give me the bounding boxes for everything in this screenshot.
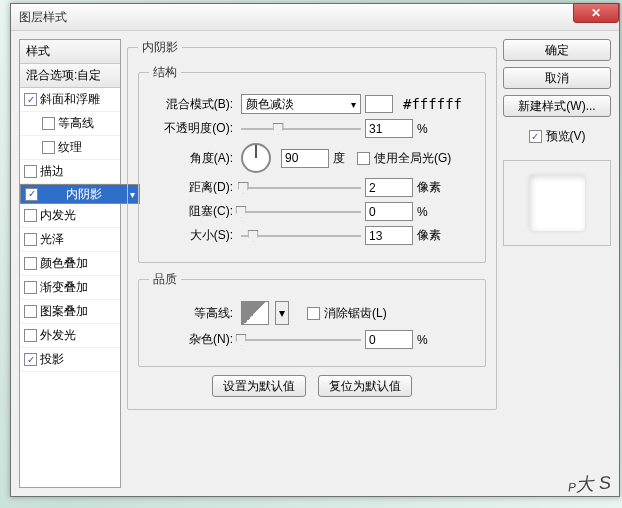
choke-input[interactable] [365,202,413,221]
opacity-input[interactable] [365,119,413,138]
sidebar-label-9: 图案叠加 [40,303,88,320]
sidebar-label-11: 投影 [40,351,64,368]
size-unit: 像素 [417,227,441,244]
sidebar-label-1: 等高线 [58,115,94,132]
noise-slider[interactable] [241,332,361,348]
sidebar-label-4: 内阴影 [66,186,102,203]
sidebar-item-4[interactable]: 内阴影 [20,184,140,204]
color-swatch[interactable] [365,95,393,113]
noise-label: 杂色(N): [149,331,237,348]
sidebar-checkbox-4[interactable] [25,188,38,201]
angle-input[interactable] [281,149,329,168]
choke-slider[interactable] [241,204,361,220]
preview-swatch [529,175,585,231]
right-column: 确定 取消 新建样式(W)... 预览(V) [503,39,611,488]
angle-dial[interactable] [241,143,271,173]
size-slider[interactable] [241,228,361,244]
ok-button[interactable]: 确定 [503,39,611,61]
layer-style-dialog: 图层样式 ✕ 样式 混合选项:自定 斜面和浮雕等高线纹理描边内阴影内发光光泽颜色… [10,3,620,497]
sidebar-label-6: 光泽 [40,231,64,248]
distance-row: 距离(D): 像素 [149,178,475,197]
sidebar-checkbox-9[interactable] [24,305,37,318]
sidebar-item-1[interactable]: 等高线 [20,112,120,136]
sidebar-item-8[interactable]: 渐变叠加 [20,276,120,300]
sidebar-label-0: 斜面和浮雕 [40,91,100,108]
sidebar-item-6[interactable]: 光泽 [20,228,120,252]
main-panel: 内阴影 结构 混合模式(B): 颜色减淡 #ffffff 不透明度(O): % [127,39,497,488]
size-input[interactable] [365,226,413,245]
sidebar-checkbox-2[interactable] [42,141,55,154]
sidebar-checkbox-5[interactable] [24,209,37,222]
sidebar-item-3[interactable]: 描边 [20,160,120,184]
cancel-button[interactable]: 取消 [503,67,611,89]
sidebar-checkbox-3[interactable] [24,165,37,178]
angle-unit: 度 [333,150,345,167]
distance-unit: 像素 [417,179,441,196]
antialias-label: 消除锯齿(L) [324,305,387,322]
sidebar-item-10[interactable]: 外发光 [20,324,120,348]
blendmode-select[interactable]: 颜色减淡 [241,94,361,114]
opacity-slider[interactable] [241,121,361,137]
set-default-button[interactable]: 设置为默认值 [212,375,306,397]
reset-default-button[interactable]: 复位为默认值 [318,375,412,397]
opacity-row: 不透明度(O): % [149,119,475,138]
watermark: P大 S [565,442,612,504]
sidebar-label-5: 内发光 [40,207,76,224]
structure-group: 结构 混合模式(B): 颜色减淡 #ffffff 不透明度(O): % [138,64,486,263]
structure-legend: 结构 [149,64,181,81]
sidebar-item-2[interactable]: 纹理 [20,136,120,160]
choke-label: 阻塞(C): [149,203,237,220]
sidebar-item-11[interactable]: 投影 [20,348,120,372]
new-style-button[interactable]: 新建样式(W)... [503,95,611,117]
opacity-unit: % [417,122,428,136]
contour-picker[interactable] [241,301,269,325]
preview-toggle-row: 预览(V) [503,128,611,145]
global-light-label: 使用全局光(G) [374,150,451,167]
sidebar-checkbox-1[interactable] [42,117,55,130]
quality-legend: 品质 [149,271,181,288]
angle-label: 角度(A): [149,150,237,167]
color-hex: #ffffff [403,96,462,112]
sidebar-item-0[interactable]: 斜面和浮雕 [20,88,120,112]
contour-row: 等高线: ▾ 消除锯齿(L) [149,301,475,325]
preview-label: 预览(V) [546,128,586,145]
noise-row: 杂色(N): % [149,330,475,349]
preview-checkbox[interactable] [529,130,542,143]
quality-group: 品质 等高线: ▾ 消除锯齿(L) 杂色(N): % [138,271,486,367]
sidebar-checkbox-6[interactable] [24,233,37,246]
sidebar-label-8: 渐变叠加 [40,279,88,296]
sidebar-label-3: 描边 [40,163,64,180]
close-icon: ✕ [591,6,601,20]
close-button[interactable]: ✕ [573,3,619,23]
angle-row: 角度(A): 度 使用全局光(G) [149,143,475,173]
distance-slider[interactable] [241,180,361,196]
sidebar-label-10: 外发光 [40,327,76,344]
contour-label: 等高线: [149,305,237,322]
sidebar-checkbox-0[interactable] [24,93,37,106]
global-light-checkbox[interactable] [357,152,370,165]
titlebar[interactable]: 图层样式 ✕ [11,4,619,31]
size-row: 大小(S): 像素 [149,226,475,245]
noise-input[interactable] [365,330,413,349]
sidebar-label-7: 颜色叠加 [40,255,88,272]
size-label: 大小(S): [149,227,237,244]
choke-row: 阻塞(C): % [149,202,475,221]
sidebar-checkbox-11[interactable] [24,353,37,366]
sidebar-item-9[interactable]: 图案叠加 [20,300,120,324]
blendmode-row: 混合模式(B): 颜色减淡 #ffffff [149,94,475,114]
choke-unit: % [417,205,428,219]
sidebar-checkbox-10[interactable] [24,329,37,342]
blendmode-label: 混合模式(B): [149,96,237,113]
defaults-row: 设置为默认值 复位为默认值 [138,375,486,397]
sidebar-item-7[interactable]: 颜色叠加 [20,252,120,276]
preview-box [503,160,611,246]
sidebar-checkbox-8[interactable] [24,281,37,294]
sidebar-item-5[interactable]: 内发光 [20,204,120,228]
opacity-label: 不透明度(O): [149,120,237,137]
blend-options-header[interactable]: 混合选项:自定 [20,64,120,88]
distance-input[interactable] [365,178,413,197]
sidebar-label-2: 纹理 [58,139,82,156]
contour-dropdown[interactable]: ▾ [275,301,289,325]
antialias-checkbox[interactable] [307,307,320,320]
sidebar-checkbox-7[interactable] [24,257,37,270]
